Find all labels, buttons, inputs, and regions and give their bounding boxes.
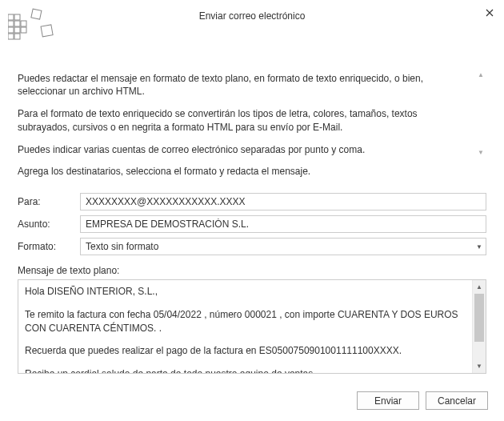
message-label: Mensaje de texto plano: [18,265,486,276]
form-area: Para: Asunto: Formato: Texto sin formato… [18,193,486,255]
msg-line2: Te remito la factura con fecha 05/04/202… [25,308,466,335]
scroll-thumb[interactable] [474,294,484,342]
svg-rect-2 [8,21,14,26]
to-input[interactable] [80,193,486,210]
scroll-up-icon[interactable]: ▲ [478,72,484,78]
svg-rect-0 [8,14,14,20]
intro-scrollbar[interactable]: ▲ ▼ [475,72,486,156]
svg-rect-10 [31,9,42,19]
scroll-track[interactable] [473,294,486,359]
svg-rect-11 [41,25,53,37]
format-value: Texto sin formato [86,241,158,252]
scroll-up-icon[interactable]: ▲ [473,280,486,294]
subject-label: Asunto: [18,219,80,230]
message-textarea[interactable]: Hola DISEÑO INTERIOR, S.L., Te remito la… [18,280,472,373]
titlebar: Enviar correo electrónico [0,0,504,32]
instruction-text: Agrega los destinatarios, selecciona el … [18,166,486,177]
svg-rect-8 [8,34,14,39]
svg-rect-3 [14,21,20,26]
message-scrollbar[interactable]: ▲ ▼ [472,280,486,373]
msg-line4: Recibe un cordial saludo de parte de tod… [25,367,466,373]
svg-rect-1 [14,14,20,20]
format-row: Formato: Texto sin formato ▼ [18,238,486,255]
svg-rect-4 [21,21,26,26]
intro-p2: Para el formato de texto enriquecido se … [18,107,486,133]
scroll-down-icon[interactable]: ▼ [478,150,484,156]
svg-rect-5 [8,27,14,33]
close-icon[interactable] [482,5,498,21]
svg-rect-9 [14,34,20,39]
format-select[interactable]: Texto sin formato ▼ [80,238,486,255]
subject-row: Asunto: [18,215,486,233]
subject-input[interactable] [80,215,486,233]
format-label: Formato: [18,241,80,252]
to-row: Para: [18,193,486,210]
button-bar: Enviar Cancelar [357,391,488,410]
chevron-down-icon: ▼ [476,243,482,250]
svg-rect-7 [21,27,26,33]
intro-p1: Puedes redactar el mensaje en formato de… [18,72,486,98]
intro-panel: Puedes redactar el mensaje en formato de… [18,72,486,156]
svg-rect-6 [14,27,20,33]
msg-line1: Hola DISEÑO INTERIOR, S.L., [25,285,466,299]
app-icon [8,8,56,48]
window-title: Enviar correo electrónico [199,10,306,22]
scroll-down-icon[interactable]: ▼ [473,359,486,373]
to-label: Para: [18,196,80,207]
send-button[interactable]: Enviar [357,391,419,410]
intro-p3: Puedes indicar varias cuentas de correo … [18,143,486,156]
msg-line3: Recuerda que puedes realizar el pago de … [25,344,466,358]
message-container: Hola DISEÑO INTERIOR, S.L., Te remito la… [18,279,486,374]
cancel-button[interactable]: Cancelar [426,391,488,410]
